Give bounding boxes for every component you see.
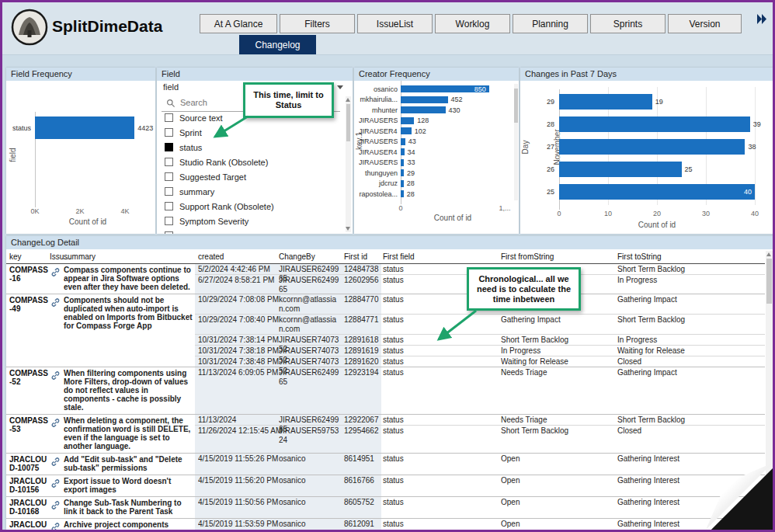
checkbox[interactable] — [165, 217, 173, 225]
bar-jirausers[interactable] — [401, 117, 414, 124]
issue-link-icon[interactable] — [51, 266, 60, 280]
bar-25[interactable] — [559, 184, 755, 200]
slicer-scrollbar[interactable] — [346, 96, 351, 232]
cell-created: 5/2/2024 4:42:46 PM — [198, 265, 283, 274]
slicer-item-suggested-target[interactable]: Suggested Target — [157, 170, 345, 185]
cell-changeby: osanico — [279, 476, 341, 485]
change-row[interactable]: 4/15/2019 11:56:20 PMosanico8616766statu… — [195, 475, 765, 485]
issue-key[interactable]: COMPASS-52 — [9, 369, 50, 386]
col-header-first-tostring[interactable]: First toString — [617, 252, 662, 261]
issue-key[interactable]: JRACLOUD-10168 — [9, 499, 50, 516]
checkbox[interactable] — [165, 187, 173, 196]
slicer-item-support-rank-obsolete[interactable]: Support Rank (Obsolete) — [157, 200, 345, 214]
change-row[interactable]: 11/13/2024 6:09:05 PMJIRAUSER62499651292… — [195, 367, 765, 377]
checkbox[interactable] — [165, 231, 173, 234]
tab-filters[interactable]: Filters — [280, 14, 355, 33]
col-header-key[interactable]: key — [9, 252, 22, 261]
scrollbar-thumb[interactable] — [766, 259, 772, 304]
changelog-group-compass-16: COMPASS-16Compass components continue to… — [6, 264, 765, 294]
tab-sprints[interactable]: Sprints — [590, 14, 666, 33]
scroll-down-icon[interactable] — [346, 227, 350, 231]
slicer-field-label[interactable]: field — [163, 82, 179, 92]
issue-key[interactable]: COMPASS-49 — [9, 296, 50, 313]
change-row[interactable]: 4/15/2019 11:53:59 PMosanico8612091statu… — [195, 519, 765, 529]
tab-at-a-glance[interactable]: At A Glance — [200, 14, 277, 33]
slicer-item-clipped[interactable] — [157, 229, 345, 234]
tab-worklog[interactable]: Worklog — [435, 14, 510, 33]
scrollbar-thumb[interactable] — [346, 104, 350, 141]
callout-chronological: Chronological... all we need is to calcu… — [467, 267, 581, 311]
change-row[interactable]: 11/13/2024JIRAUSER624996512922067statusN… — [195, 415, 765, 425]
scrollbar-thumb[interactable] — [514, 89, 518, 123]
slicer-item-summary[interactable]: summary — [157, 185, 345, 200]
issue-link-icon[interactable] — [51, 477, 60, 491]
col-header-changeby[interactable]: ChangeBy — [279, 252, 315, 261]
issue-link-icon[interactable] — [51, 520, 60, 530]
bar-29[interactable] — [559, 94, 652, 110]
tab-issuelist[interactable]: IssueList — [357, 14, 433, 33]
issue-link-icon[interactable] — [51, 455, 60, 469]
bar-mkhairulia[interactable] — [401, 96, 448, 103]
cell-created: 4/15/2019 11:56:20 PM — [198, 476, 283, 485]
scroll-down-icon[interactable] — [766, 523, 771, 527]
checkbox[interactable] — [165, 158, 173, 166]
change-row[interactable]: 4/15/2019 11:55:26 PMosanico8614951statu… — [195, 454, 765, 464]
bar-jirausers[interactable] — [401, 159, 404, 166]
col-header-first-field[interactable]: First field — [383, 252, 415, 261]
chevron-down-icon[interactable] — [337, 85, 343, 89]
bar-value-label: 43 — [408, 137, 416, 145]
bar-mhunter[interactable] — [401, 106, 446, 113]
issue-key[interactable]: COMPASS-16 — [9, 266, 50, 283]
col-header-first-fromstring[interactable]: First fromString — [501, 252, 554, 261]
issue-link-icon[interactable] — [51, 296, 60, 310]
changelog-group-compass-52: COMPASS-52When filtering components usin… — [6, 367, 765, 414]
tab-version[interactable]: Version — [668, 14, 742, 33]
tab-planning[interactable]: Planning — [513, 14, 588, 33]
issue-link-icon[interactable] — [51, 499, 60, 513]
creator-scrollbar[interactable] — [514, 84, 518, 200]
bar-jirauser4[interactable] — [401, 148, 405, 155]
panel-title-field-frequency: Field Frequency — [6, 68, 155, 81]
bar-jirauser4[interactable] — [401, 127, 412, 134]
bar-category-label: JIRAUSER4... — [359, 148, 398, 156]
bar-26[interactable] — [559, 162, 682, 177]
col-header-first-id[interactable]: First id — [344, 252, 367, 261]
bar-status[interactable] — [35, 116, 134, 139]
bar-jirausers[interactable] — [401, 138, 405, 145]
slicer-item-studio-rank-obsolete[interactable]: Studio Rank (Obsolete) — [157, 155, 345, 170]
bar-category-label: jdcruz — [359, 179, 398, 187]
callout-limit-to-status: This time, limit to Status — [243, 82, 334, 118]
issue-key[interactable]: JRACLOUD-10156 — [9, 477, 50, 494]
col-header-created[interactable]: created — [198, 252, 224, 261]
checkbox[interactable] — [165, 172, 173, 181]
double-chevron-right-icon[interactable] — [756, 13, 768, 28]
issue-key[interactable]: JRACLOUD- — [9, 520, 50, 530]
checkbox[interactable] — [165, 202, 173, 210]
bar-rapostolea[interactable] — [401, 190, 404, 197]
slicer-item-symptom-severity[interactable]: Symptom Severity — [157, 214, 345, 229]
issue-key[interactable]: JRACLOUD-10075 — [9, 455, 50, 472]
bar-thunguyen[interactable] — [401, 169, 404, 176]
bar-category-label: 26 — [539, 165, 554, 173]
bar-27[interactable] — [559, 139, 745, 155]
cell-created: 4/15/2019 11:53:59 PM — [198, 520, 283, 529]
change-row[interactable]: 10/31/2024 7:38:48 PMJIRAUSER74073521289… — [195, 356, 765, 367]
bar-value-label: 29 — [407, 169, 415, 177]
tab-changelog[interactable]: Changelog — [239, 35, 316, 54]
scroll-up-icon[interactable] — [346, 98, 350, 102]
issue-link-icon[interactable] — [51, 369, 60, 383]
bar-28[interactable] — [559, 116, 750, 132]
table-scrollbar[interactable] — [766, 251, 773, 529]
bar-jdcruz[interactable] — [401, 180, 404, 187]
checkbox-checked[interactable] — [165, 143, 173, 151]
scroll-up-icon[interactable] — [766, 252, 771, 256]
slicer-item-label: summary — [179, 187, 214, 196]
change-row[interactable]: 4/15/2019 11:50:56 PMosanico8605752statu… — [195, 497, 765, 507]
issue-key[interactable]: COMPASS-53 — [9, 416, 50, 433]
cell-created: 11/26/2024 12:15:45 AM — [198, 426, 283, 436]
col-header-summary[interactable]: summary — [64, 252, 96, 261]
checkbox[interactable] — [165, 113, 173, 122]
issue-link-icon[interactable] — [51, 416, 60, 430]
change-row[interactable]: 11/26/2024 12:15:45 AMJIRAUSER5975324129… — [195, 425, 765, 436]
checkbox[interactable] — [165, 128, 173, 137]
